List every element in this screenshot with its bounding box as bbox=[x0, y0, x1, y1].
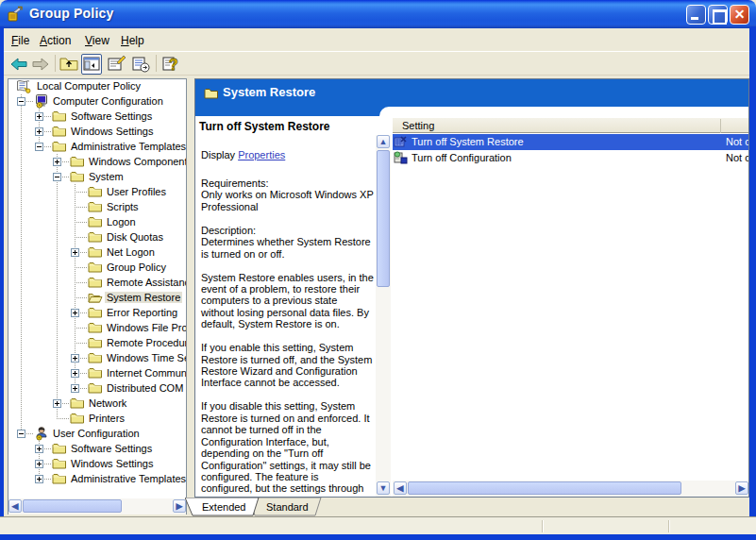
svg-text:?: ? bbox=[169, 57, 178, 73]
svg-text:Extended: Extended bbox=[202, 501, 245, 513]
svg-text:Standard: Standard bbox=[266, 501, 309, 513]
